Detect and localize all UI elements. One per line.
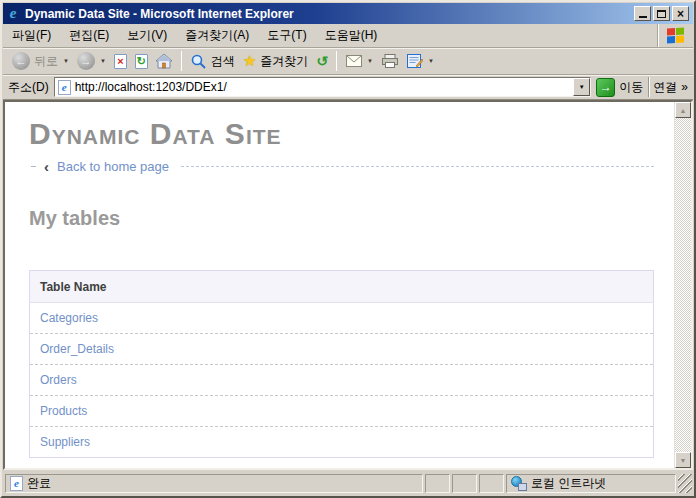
ie-logo-icon: e (5, 6, 21, 22)
links-chevron-icon[interactable]: » (681, 80, 688, 94)
home-icon (156, 53, 173, 69)
back-to-home-link[interactable]: Back to home page (57, 159, 169, 174)
menu-tools[interactable]: 도구(T) (258, 24, 315, 47)
close-button[interactable]: × (672, 6, 689, 21)
menu-help[interactable]: 도움말(H) (316, 24, 387, 47)
maximize-button[interactable] (653, 6, 670, 21)
table-link-suppliers[interactable]: Suppliers (40, 435, 90, 449)
edit-button[interactable]: ▼ (402, 51, 438, 71)
web-page: Dynamic Data Site ‹ Back to home page My… (5, 102, 674, 468)
vertical-scrollbar[interactable]: ▲ ▼ (674, 102, 691, 468)
table-row: Suppliers (30, 427, 654, 458)
divider (181, 166, 654, 167)
table-row: Orders (30, 365, 654, 396)
standard-toolbar: ← 뒤로 ▼ → ▼ × ↻ 검색 ★ 즐겨찾기 (3, 48, 693, 75)
favorites-label: 즐겨찾기 (260, 53, 308, 70)
maximize-icon (657, 10, 666, 18)
scroll-up-button[interactable]: ▲ (675, 102, 691, 118)
table-link-products[interactable]: Products (40, 404, 87, 418)
windows-flag-icon (667, 27, 684, 44)
forward-button[interactable]: → ▼ (73, 50, 110, 72)
window-title: Dynamic Data Site - Microsoft Internet E… (25, 7, 630, 21)
menu-file[interactable]: 파일(F) (3, 24, 60, 47)
menu-edit[interactable]: 편집(E) (60, 24, 118, 47)
tables-list: Table Name Categories Order_Details Orde… (29, 270, 654, 458)
go-button[interactable]: → 이동 (596, 78, 643, 97)
back-link-row: ‹ Back to home page (29, 159, 654, 174)
address-dropdown-button[interactable]: ▼ (573, 78, 590, 96)
toolbar-separator (181, 51, 182, 71)
favorites-star-icon: ★ (243, 52, 256, 70)
table-name-header: Table Name (30, 271, 654, 303)
back-chevron-icon: ‹ (44, 159, 49, 174)
forward-dropdown-icon[interactable]: ▼ (100, 58, 106, 64)
security-zone-pane: 로컬 인트라넷 (506, 474, 676, 493)
table-row: Categories (30, 303, 654, 334)
refresh-button[interactable]: ↻ (131, 52, 152, 71)
print-button[interactable] (377, 51, 402, 71)
scroll-down-button[interactable]: ▼ (675, 452, 691, 468)
intranet-zone-icon (511, 476, 527, 491)
section-heading: My tables (29, 207, 654, 230)
history-icon: ↺ (316, 53, 328, 69)
close-icon: × (677, 8, 684, 20)
scroll-up-icon: ▲ (680, 107, 687, 114)
search-label: 검색 (211, 53, 235, 70)
browser-window: e Dynamic Data Site - Microsoft Internet… (0, 0, 696, 498)
go-arrow-icon: → (596, 78, 615, 97)
menu-bar: 파일(F) 편집(E) 보기(V) 즐겨찾기(A) 도구(T) 도움말(H) (3, 24, 693, 48)
security-zone-text: 로컬 인트라넷 (531, 475, 606, 492)
address-label: 주소(D) (8, 79, 49, 96)
edit-dropdown-icon[interactable]: ▼ (428, 58, 434, 64)
mail-dropdown-icon[interactable]: ▼ (367, 58, 373, 64)
minimize-icon (639, 16, 647, 18)
back-label: 뒤로 (34, 53, 58, 70)
table-link-orders[interactable]: Orders (40, 373, 77, 387)
status-pane-empty (452, 474, 477, 493)
status-pane-empty (425, 474, 450, 493)
resize-grip[interactable] (678, 474, 692, 493)
throbber (657, 24, 693, 47)
status-page-icon: e (10, 476, 23, 491)
divider (31, 166, 36, 167)
status-bar: e 완료 로컬 인트라넷 (3, 470, 693, 495)
edit-icon (406, 53, 423, 69)
go-label: 이동 (619, 79, 643, 96)
toolbar-separator (336, 51, 337, 71)
refresh-icon: ↻ (135, 54, 148, 69)
links-label: 연결 (653, 79, 677, 96)
history-button[interactable]: ↺ (312, 51, 332, 71)
table-link-order-details[interactable]: Order_Details (40, 342, 114, 356)
address-combo[interactable]: e http://localhost:1203/DDEx1/ ▼ (54, 77, 592, 97)
table-link-categories[interactable]: Categories (40, 311, 98, 325)
status-pane-empty (479, 474, 504, 493)
links-bar[interactable]: 연결 » (648, 77, 688, 97)
address-input[interactable]: http://localhost:1203/DDEx1/ (75, 80, 570, 94)
back-dropdown-icon[interactable]: ▼ (63, 58, 69, 64)
chevron-down-icon: ▼ (579, 84, 585, 90)
mail-button[interactable]: ▼ (341, 51, 377, 71)
status-text: 완료 (27, 475, 51, 492)
minimize-button[interactable] (634, 6, 651, 21)
favorites-button[interactable]: ★ 즐겨찾기 (239, 50, 312, 72)
search-button[interactable]: 검색 (186, 51, 239, 72)
search-icon (190, 53, 207, 69)
print-icon (381, 53, 398, 69)
menu-favorites[interactable]: 즐겨찾기(A) (176, 24, 258, 47)
stop-button[interactable]: × (110, 52, 131, 71)
page-title: Dynamic Data Site (29, 117, 654, 150)
table-row: Products (30, 396, 654, 427)
back-button[interactable]: ← 뒤로 ▼ (8, 50, 73, 72)
home-button[interactable] (152, 51, 177, 71)
back-icon: ← (12, 52, 30, 70)
scroll-down-icon: ▼ (680, 457, 687, 464)
page-ie-icon: e (58, 80, 71, 95)
browser-viewport: Dynamic Data Site ‹ Back to home page My… (3, 100, 693, 470)
forward-icon: → (77, 52, 95, 70)
stop-icon: × (114, 54, 127, 69)
table-row: Order_Details (30, 334, 654, 365)
scrollbar-track[interactable] (675, 118, 691, 452)
address-bar: 주소(D) e http://localhost:1203/DDEx1/ ▼ →… (3, 75, 693, 100)
title-bar[interactable]: e Dynamic Data Site - Microsoft Internet… (3, 3, 693, 24)
menu-view[interactable]: 보기(V) (118, 24, 176, 47)
